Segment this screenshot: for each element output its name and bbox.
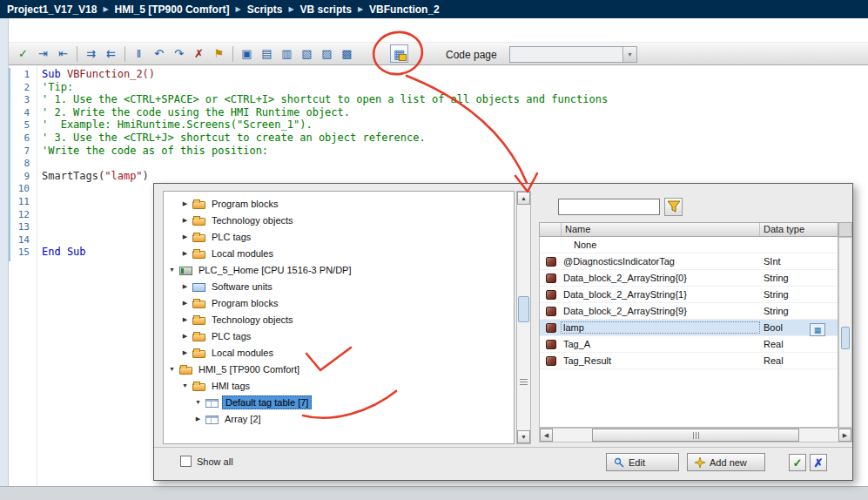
line-number: 3	[9, 94, 30, 107]
tag-icon	[546, 340, 556, 349]
watch-table-icon[interactable]: ▥	[278, 44, 296, 63]
bookmark-icon-glyph: ⚑	[214, 48, 225, 59]
code-line-2[interactable]: 2'Tip:	[9, 81, 868, 94]
goto-next-sync-icon[interactable]: ⇥	[34, 44, 52, 63]
increase-indent-icon[interactable]: ⇉	[82, 44, 100, 63]
code-line-9[interactable]: 9SmartTags("lamp")	[9, 170, 868, 183]
tag-row-lamp[interactable]: lampBool▦	[540, 320, 838, 336]
splitter-grip[interactable]	[520, 377, 528, 387]
tag-table-header-name[interactable]: Name	[562, 223, 760, 236]
table-vscroll-thumb[interactable]	[841, 327, 850, 349]
tag-icon	[546, 257, 556, 267]
breadcrumb-item-vb-scripts[interactable]: VB scripts	[300, 3, 352, 16]
tree-item-local-modules[interactable]: ▶Local modules	[164, 245, 514, 261]
tree-item-hmi-5-tp900-comfort[interactable]: ▼HMI_5 [TP900 Comfort]	[164, 361, 514, 377]
insert-tag-icon[interactable]: ▦	[390, 44, 408, 63]
confirm-button[interactable]: ✓	[789, 454, 806, 471]
tree-item-default-tag-table-7[interactable]: ▼Default tag table [7]	[164, 394, 514, 410]
breadcrumb-item-hmi-5-tp900-comfort[interactable]: HMI_5 [TP900 Comfort]	[115, 3, 230, 16]
collapse-icon[interactable]: ▼	[167, 267, 177, 273]
code-page-dropdown[interactable]: ▼	[509, 46, 637, 63]
cross-reference-icon[interactable]: ▤	[258, 44, 276, 63]
code-line-1[interactable]: 1Sub VBFunction_2()	[9, 68, 868, 81]
code-line-3[interactable]: 3' 1. Use the <CTRL+SPACE> or <CTRL+I> s…	[9, 93, 868, 106]
tag-datatype: Real	[759, 339, 838, 349]
tree-item-hmi-tags[interactable]: ▼HMI tags	[164, 377, 514, 394]
tree-item-program-blocks[interactable]: ▶Program blocks	[164, 294, 514, 311]
delete-bookmark-icon[interactable]: ✗	[190, 44, 208, 63]
show-all-checkbox[interactable]	[180, 456, 192, 467]
scroll-right-icon[interactable]: ▶	[838, 429, 851, 442]
bookmark-icon[interactable]: ⚑	[210, 44, 228, 63]
tree-scrollbar[interactable]: ▲ ▼	[516, 191, 531, 444]
tag-row-data-block-2-arraystring-1[interactable]: Data_block_2_ArrayString{1}String	[540, 287, 838, 303]
hscroll-thumb[interactable]	[592, 429, 799, 442]
collapse-icon[interactable]: ▼	[180, 382, 190, 389]
chevron-down-icon[interactable]: ▼	[622, 47, 636, 62]
expand-icon[interactable]: ▶	[180, 250, 190, 257]
expand-icon[interactable]: ▶	[193, 416, 203, 422]
expand-icon[interactable]: ▶	[180, 316, 190, 323]
tag-datatype: String	[759, 273, 838, 283]
tree-item-plc-tags[interactable]: ▶PLC tags	[164, 228, 514, 245]
datatype-picker-button[interactable]: ▦	[810, 323, 825, 336]
expand-icon[interactable]: ▶	[180, 300, 190, 307]
tree-item-plc-5-home-cpu-1516-3-pn-dp[interactable]: ▼PLC_5_Home [CPU 1516-3 PN/DP]	[164, 261, 514, 278]
filter-icon[interactable]	[664, 198, 683, 216]
tag-table-header-datatype[interactable]: Data type	[760, 223, 838, 236]
tree-item-technology-objects[interactable]: ▶Technology objects	[164, 212, 514, 228]
tag-row-data-block-2-arraystring-9[interactable]: Data_block_2_ArrayString{9}String	[540, 303, 838, 320]
tree-item-array-2[interactable]: ▶Array [2]	[164, 410, 514, 427]
tag-row-data-block-2-arraystring-0[interactable]: Data_block_2_ArrayString{0}String	[540, 270, 838, 287]
tag-row-tag-a[interactable]: Tag_AReal	[540, 336, 838, 353]
tree-item-program-blocks[interactable]: ▶Program blocks	[164, 195, 514, 212]
code-line-4[interactable]: 4' 2. Write the code using the HMI Runti…	[9, 106, 868, 119]
expand-icon[interactable]: ▶	[180, 283, 190, 290]
tree-scrollbar-thumb[interactable]	[518, 296, 529, 322]
expand-icon[interactable]: ▶	[180, 333, 190, 340]
tree-item-software-units[interactable]: ▶Software units	[164, 278, 514, 294]
insert-snippet-icon[interactable]: ▣	[238, 44, 256, 63]
breadcrumb-item-scripts[interactable]: Scripts	[247, 3, 283, 16]
redo-icon[interactable]: ↷	[170, 44, 188, 63]
scroll-up-icon[interactable]: ▲	[517, 192, 530, 205]
collapse-icon[interactable]: ▼	[193, 399, 203, 405]
scroll-left-icon[interactable]: ◀	[540, 429, 553, 442]
tag-icon-cell	[540, 290, 562, 300]
collapse-icon[interactable]: ▼	[167, 366, 177, 372]
table-horizontal-scrollbar[interactable]: ◀ ▶	[539, 428, 852, 443]
tag-row-diagnosticsindicatortag[interactable]: @DiagnosticsIndicatorTagSInt	[540, 253, 838, 270]
export-icon[interactable]: ▧	[298, 44, 316, 63]
tag-row-none[interactable]: None	[540, 237, 838, 253]
pause-icon[interactable]: ‖	[130, 44, 148, 63]
scroll-down-icon[interactable]: ▼	[517, 430, 530, 443]
help-icon[interactable]: ▩	[338, 44, 356, 63]
code-line-6[interactable]: 6' 3. Use the <CTRL+J> shortcut to creat…	[9, 132, 868, 145]
tree-item-local-modules[interactable]: ▶Local modules	[164, 344, 514, 361]
tree-item-plc-tags[interactable]: ▶PLC tags	[164, 328, 514, 344]
breadcrumb-item-project1-v17-v18[interactable]: Project1_V17_V18	[7, 3, 97, 16]
tree-item-technology-objects[interactable]: ▶Technology objects	[164, 311, 514, 328]
code-line-8[interactable]: 8	[9, 157, 868, 170]
cancel-button[interactable]: ✗	[810, 454, 827, 471]
expand-icon[interactable]: ▶	[180, 233, 190, 240]
decrease-indent-icon[interactable]: ⇇	[102, 44, 120, 63]
edit-button[interactable]: Edit	[606, 453, 679, 471]
tag-filter-input[interactable]	[558, 199, 660, 215]
line-number: 9	[9, 171, 30, 184]
expand-icon[interactable]: ▶	[180, 349, 190, 356]
print-icon[interactable]: ▨	[318, 44, 336, 63]
undo-icon[interactable]: ↶	[150, 44, 168, 63]
code-line-7[interactable]: 7'Write the code as of this position:	[9, 145, 868, 158]
table-vertical-scrollbar[interactable]	[838, 237, 852, 428]
breadcrumb-item-vbfunction-2[interactable]: VBFunction_2	[369, 3, 440, 16]
expand-icon[interactable]: ▶	[180, 217, 190, 224]
goto-prev-sync-icon[interactable]: ⇤	[54, 44, 72, 63]
tag-datatype: Bool▦	[759, 322, 838, 333]
add-new-button[interactable]: Add new	[687, 453, 765, 471]
pause-icon-glyph: ‖	[137, 48, 141, 59]
code-line-5[interactable]: 5' Example: HmiRuntime.Screens("Screen_1…	[9, 118, 868, 132]
expand-icon[interactable]: ▶	[180, 200, 190, 207]
validate-script-icon[interactable]: ✓	[14, 44, 32, 63]
tag-row-tag-result[interactable]: Tag_ResultReal	[540, 353, 838, 369]
